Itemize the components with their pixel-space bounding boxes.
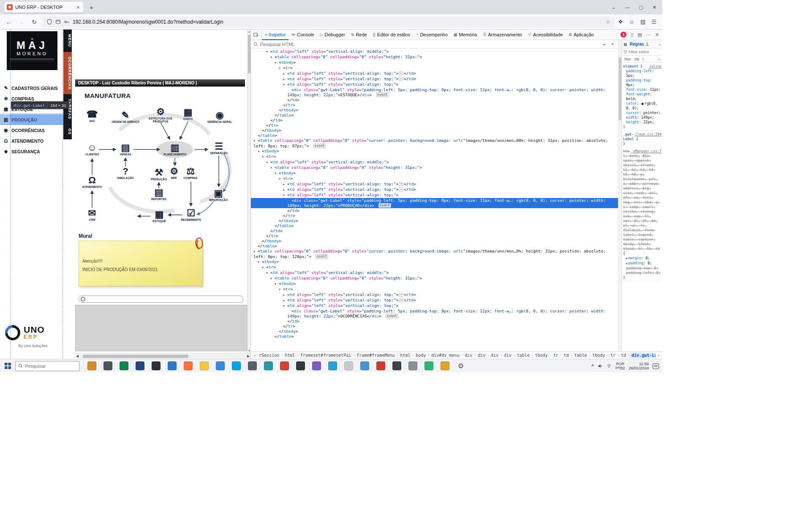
- devtools-tab-console[interactable]: ≫Console: [288, 30, 317, 40]
- url-bar[interactable]: ☆: [42, 16, 615, 27]
- taskbar-app-15[interactable]: [308, 359, 324, 373]
- pseudo-class-toggle[interactable]: :hov: [624, 57, 631, 61]
- taskbar-app-4[interactable]: [132, 359, 148, 373]
- taskbar-search-box[interactable]: [15, 361, 79, 371]
- back-button[interactable]: ←: [4, 19, 14, 25]
- diagram-node-ordem-de-servi-o[interactable]: ✎ORDEM DE SERVIÇO: [112, 110, 139, 123]
- tab-layout[interactable]: L: [646, 42, 649, 46]
- breadcrumb-item[interactable]: tr: [609, 353, 617, 358]
- breadcrumb-item[interactable]: table: [573, 353, 588, 358]
- taskbar-app-20[interactable]: [389, 359, 405, 373]
- devtools-tree-line[interactable]: <div class="gwt-Label" style="padding-le…: [251, 309, 618, 319]
- diagram-node-estrutura-dos-produtos[interactable]: ⚙ESTRUTURA DOS PRODUTOS: [147, 107, 174, 123]
- search-html-input[interactable]: [260, 42, 599, 47]
- breadcrumb-item[interactable]: div: [476, 353, 487, 358]
- devtools-tree-line[interactable]: ▼<td align="left" style="vertical-align:…: [251, 193, 618, 198]
- sidebar-item-ocorr-ncias[interactable]: ◉OCORRÊNCIAS: [0, 125, 63, 136]
- devtools-tree-line[interactable]: </tr>: [251, 213, 618, 218]
- color-scheme-icon[interactable]: ☼: [657, 57, 661, 61]
- breadcrumb-item[interactable]: div: [490, 353, 500, 358]
- diagram-node-recebimento[interactable]: ☑RECEBIMENTO: [177, 208, 205, 221]
- mural-input[interactable]: [79, 296, 243, 303]
- devtools-tree-line[interactable]: ▼<tr>: [251, 265, 618, 270]
- devtools-tab-rede[interactable]: ⇅Rede: [348, 30, 370, 40]
- taskbar-app-14[interactable]: [292, 359, 308, 373]
- devtools-tree-line[interactable]: </table>: [251, 223, 618, 228]
- taskbar-app-23[interactable]: [437, 359, 453, 373]
- mural-sticky-note[interactable]: Atenção!!!! INICIO DE PRODUÇÃO EM 03/05/…: [79, 241, 203, 286]
- taskbar-app-16[interactable]: [324, 359, 340, 373]
- breadcrumb-item[interactable]: td: [563, 353, 570, 358]
- devtools-tree-line[interactable]: ▼<tbody>: [251, 259, 618, 265]
- diagram-node-clientes[interactable]: ☺CLIENTES: [78, 143, 106, 156]
- forward-button[interactable]: →: [17, 19, 26, 25]
- class-toggle[interactable]: .cls: [634, 57, 639, 61]
- devtools-tree-line[interactable]: </tbody>: [251, 218, 618, 223]
- window-maximize-button[interactable]: ▢: [639, 5, 643, 10]
- erp-vertical-tab-os[interactable]: OS: [63, 124, 72, 139]
- devtools-tab-armazenamento[interactable]: ☰Armazenamento: [480, 30, 525, 40]
- devtools-tree-line[interactable]: </tr>: [251, 324, 618, 329]
- devtools-tree-line[interactable]: ▼<table cellspacing="0" cellpadding="0" …: [251, 249, 618, 259]
- create-node-icon[interactable]: +: [601, 42, 607, 47]
- key-icon[interactable]: [64, 19, 70, 25]
- devtools-tree-line[interactable]: </td>: [251, 118, 618, 123]
- devtools-tree-line[interactable]: </tr>: [251, 233, 618, 239]
- css-declaration[interactable]: height: 22px;: [623, 120, 661, 125]
- devtools-tree-line[interactable]: ▶<td align="left" style="vertical-align:…: [251, 182, 618, 187]
- taskbar-app-22[interactable]: [421, 359, 437, 373]
- reload-button[interactable]: ↻: [30, 19, 39, 25]
- diagram-node-compras[interactable]: ⚖COMPRAS: [177, 166, 204, 179]
- scroll-up-icon[interactable]: ▲: [248, 30, 250, 34]
- css-declaration[interactable]: padding-top: 9px;: [623, 78, 661, 87]
- devtools-tree-line[interactable]: </table>: [251, 244, 618, 249]
- diagram-node-vendas[interactable]: ▤VENDAS: [112, 143, 139, 156]
- devtools-tree-line[interactable]: ▼<tr>: [251, 287, 618, 292]
- breadcrumb-item[interactable]: div.gwt-Label: [630, 353, 656, 358]
- taskbar-app-24[interactable]: ⚙: [453, 359, 469, 373]
- permissions-icon[interactable]: [55, 19, 61, 24]
- diagram-node-simula-o[interactable]: ?SIMULAÇÃO: [112, 166, 139, 179]
- taskbar-app-19[interactable]: [373, 359, 389, 373]
- taskbar-app-5[interactable]: [148, 359, 164, 373]
- breadcrumb-item[interactable]: html: [283, 353, 296, 358]
- devtools-tree-line[interactable]: <div class="gwt-Label" style="padding-le…: [251, 198, 618, 208]
- taskbar-app-2[interactable]: [100, 359, 116, 373]
- breadcrumb-item[interactable]: tbody: [591, 353, 606, 358]
- volume-icon[interactable]: [598, 364, 603, 369]
- scrollbar-thumb[interactable]: [83, 355, 188, 358]
- crumb-scroll-left-icon[interactable]: ‹: [252, 353, 258, 358]
- taskbar-clock[interactable]: 11:59 26/01/2024: [629, 362, 649, 370]
- diagram-node-sac[interactable]: ☎SAC: [78, 109, 106, 122]
- devtools-tree-line[interactable]: ▼<tbody>: [251, 171, 618, 176]
- css-declaration[interactable]: cursor: pointer;: [623, 111, 661, 115]
- devtools-settings-icon[interactable]: ⋯: [646, 32, 651, 38]
- taskbar-app-6[interactable]: [164, 359, 180, 373]
- devtools-close-icon[interactable]: ✕: [655, 32, 659, 38]
- url-input[interactable]: [73, 19, 603, 25]
- devtools-tree-line[interactable]: </tbody>: [251, 239, 618, 244]
- devtools-tab-inspetor[interactable]: ⌖Inspetor: [262, 30, 288, 40]
- taskbar-app-18[interactable]: [357, 359, 373, 373]
- window-close-button[interactable]: ✕: [653, 5, 656, 10]
- diagram-node-custo[interactable]: ▦CUSTO: [174, 107, 202, 120]
- crumb-scroll-right-icon[interactable]: ›: [656, 353, 661, 358]
- devtools-tab-aplica-o[interactable]: ⊞Aplicação: [566, 30, 596, 40]
- devtools-tree-line[interactable]: ▼<td align="left" style="vertical-align:…: [251, 160, 618, 165]
- breadcrumb-item[interactable]: body: [414, 353, 427, 358]
- shield-icon[interactable]: [46, 19, 52, 25]
- tab-close-icon[interactable]: ✕: [75, 5, 81, 10]
- diagram-node-importa-o[interactable]: ▣IMPORTAÇÃO: [204, 188, 232, 201]
- breadcrumb-item[interactable]: td: [620, 353, 627, 358]
- devtools-tree-line[interactable]: </tbody>: [251, 128, 618, 133]
- devtools-tree-line[interactable]: ▶<td align="left" style="vertical-align:…: [251, 292, 618, 298]
- devtools-tree-line[interactable]: ▼<table cellspacing="0" cellpadding="0" …: [251, 138, 618, 149]
- language-indicator[interactable]: POR PTB2: [615, 362, 625, 370]
- bookmark-star-icon[interactable]: ☆: [606, 19, 610, 25]
- devtools-tree-line[interactable]: ▼<tbody>: [251, 281, 618, 287]
- css-declaration[interactable]: ▶padding: 0;: [623, 261, 661, 266]
- new-tab-button[interactable]: +: [87, 4, 96, 11]
- rule-source-link[interactable]: clean.css:294: [635, 132, 661, 137]
- taskbar-app-9[interactable]: [212, 359, 228, 373]
- add-rule-button[interactable]: +: [642, 57, 644, 61]
